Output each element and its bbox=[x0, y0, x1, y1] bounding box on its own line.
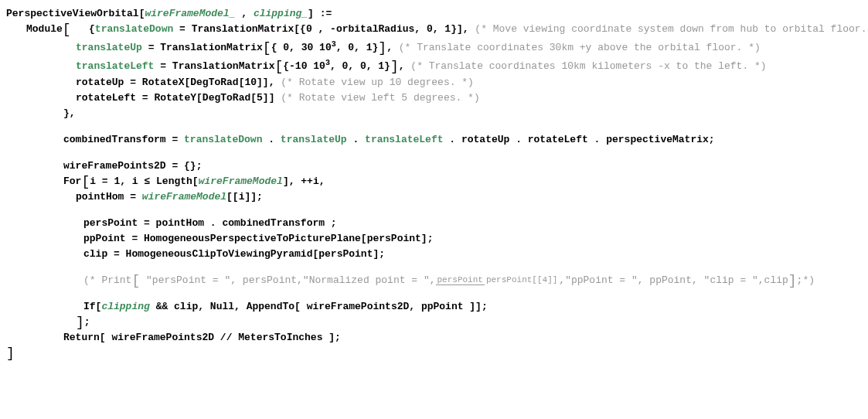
fn-def: PerspectiveViewOrbital[wireFrameModel_ ,… bbox=[6, 6, 862, 22]
translateUp-line: translateUp = TranslationMatrix[{ 0, 30 … bbox=[76, 37, 862, 56]
assign-op: := bbox=[320, 8, 332, 19]
for-head: For[i = 1, i ≤ Length[wireFrameModel], +… bbox=[63, 174, 862, 189]
print-comment: (* Print[ "persPoint = ", persPoint,"Nor… bbox=[83, 273, 862, 288]
pointHom-line: pointHom = wireFrameModel[[i]]; bbox=[76, 189, 862, 205]
comment-translateUp: (* Translate coordinates 30km +y above t… bbox=[399, 42, 761, 53]
rotateUp-line: rotateUp = RotateX[DegToRad[10]], (* Rot… bbox=[76, 75, 862, 90]
comment-translateDown: (* Move viewing coordinate system down f… bbox=[475, 23, 868, 35]
comment-rotateUp: (* Rotate view up 10 degrees. *) bbox=[281, 77, 474, 88]
comment-rotateLeft: (* Rotate view left 5 degrees. *) bbox=[281, 92, 479, 104]
module-kw: Module bbox=[26, 23, 63, 35]
translateLeft-line: translateLeft = TranslationMatrix[{-10 1… bbox=[76, 56, 862, 74]
var-translateLeft: translateLeft bbox=[76, 61, 154, 73]
ppPoint-line: ppPoint = HomogeneousPerspectiveToPictur… bbox=[83, 231, 862, 247]
comment-translateLeft: (* Translate coordinates 10km kilometers… bbox=[410, 61, 766, 73]
clip-line: clip = HomogeneousClipToViewingPyramid[p… bbox=[83, 247, 862, 262]
persPoint-line: persPoint = pointHom . combinedTransform… bbox=[83, 216, 862, 231]
fn-name: PerspectiveViewOrbital bbox=[6, 8, 139, 19]
arg-wireframe: wireFrameModel_ bbox=[145, 8, 235, 19]
module-open: Module[ {translateDown = TranslationMatr… bbox=[26, 22, 862, 37]
code-block: PerspectiveViewOrbital[wireFrameModel_ ,… bbox=[6, 6, 862, 361]
for-close: ]; bbox=[76, 315, 862, 330]
wf-init: wireFramePoints2D = {}; bbox=[63, 158, 862, 174]
return-line: Return[ wireFramePoints2D // MetersToInc… bbox=[63, 330, 862, 346]
locals-close: }, bbox=[63, 106, 862, 121]
module-close: ] bbox=[6, 346, 862, 361]
var-translateDown: translateDown bbox=[95, 23, 173, 35]
if-line: If[clipping && clip, Null, AppendTo[ wir… bbox=[83, 299, 862, 315]
translateDown-call: TranslationMatrix[{0 , -orbitalRadius, 0… bbox=[192, 23, 469, 35]
var-translateUp: translateUp bbox=[76, 42, 142, 53]
rotateLeft-line: rotateLeft = RotateY[DegToRad[5]] (* Rot… bbox=[76, 90, 862, 106]
arg-clipping: clipping_ bbox=[254, 8, 308, 19]
combinedTransform-line: combinedTransform = translateDown . tran… bbox=[63, 132, 862, 148]
